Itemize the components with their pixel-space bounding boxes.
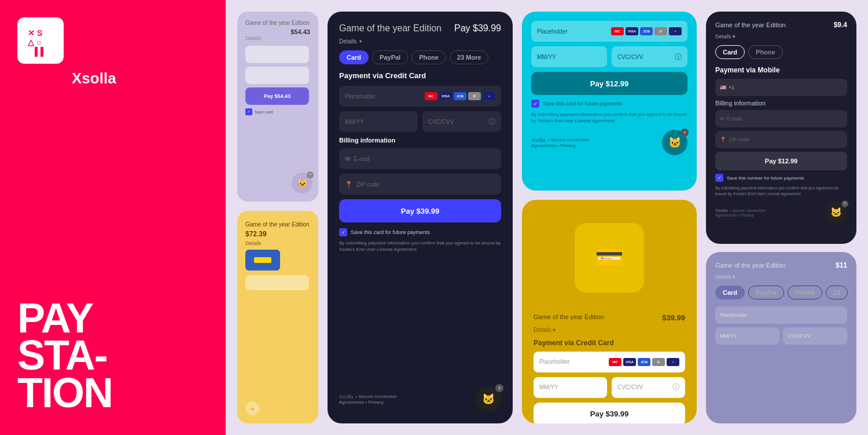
col1-save-row: ✓ Save card	[245, 108, 310, 115]
col1-card-icon	[245, 250, 280, 270]
dark-billing-title: Billing information	[715, 100, 847, 107]
yellow-jcb-icon: JCB	[638, 358, 650, 366]
left-panel: ✕ S △ ○ ▌▌ Xsolla PAY STA- TION	[0, 0, 226, 435]
purple-tab-more[interactable]: 23	[826, 286, 848, 299]
col1-details: Details	[245, 35, 310, 41]
yellow-details-row[interactable]: Details ▾	[534, 327, 685, 333]
dark-agreements-link[interactable]: Agreements	[715, 213, 737, 217]
visa-icon: VISA	[439, 92, 452, 100]
cyan-mmyy-label: MM/YY	[537, 54, 556, 60]
main-email-icon: ✉	[345, 155, 350, 163]
cyan-top: Placeholder MC VISA JCB D ▪ MM/YY CVC/CV…	[531, 21, 687, 124]
main-privacy-link[interactable]: Privacy	[368, 400, 383, 405]
main-agreements-link[interactable]: Agreements	[339, 400, 364, 405]
col1-input1[interactable]	[245, 46, 309, 63]
cyan-placeholder: Placeholder	[537, 28, 568, 35]
purple-card-input[interactable]: Placeholder	[715, 306, 847, 324]
dark-zip-input[interactable]: 📍 ZIP code	[715, 131, 847, 148]
dark-pay-button[interactable]: Pay $12.99	[715, 152, 847, 170]
col1-question-icon: ?	[307, 171, 314, 178]
dark-phone-input[interactable]: 🇺🇸 +1	[715, 79, 847, 96]
dark-tab-phone[interactable]: Phone	[748, 45, 783, 59]
main-email-input[interactable]: ✉ E-mail	[339, 148, 501, 169]
dark-privacy-link[interactable]: Privacy	[741, 213, 754, 217]
main-tab-more[interactable]: 23 More	[450, 50, 489, 64]
main-mmyy-label: MM/YY	[345, 119, 364, 125]
main-save-checkbox[interactable]: ✓	[339, 228, 347, 236]
main-save-row: ✓ Save this card for future payments	[339, 228, 501, 236]
yellow-cvv-input[interactable]: CVC/CVV ⓘ	[612, 377, 685, 398]
main-order-header: Game of the year Edition Pay $39.99	[339, 23, 501, 34]
main-footer-left: Xsolla • Secure connection Agreements • …	[339, 394, 397, 405]
dark-email-icon: ✉	[720, 116, 724, 122]
yellow-mc-icon: MC	[609, 358, 621, 366]
cyan-cat-mascot[interactable]: 🐱 ?	[662, 130, 687, 155]
dark-email-input[interactable]: ✉ E-mail	[715, 110, 847, 127]
main-tab-paypal[interactable]: PayPal	[372, 50, 408, 64]
dark-details-row[interactable]: Details ▾	[715, 34, 847, 39]
jcb-icon: JCB	[454, 92, 466, 100]
main-cvv-input[interactable]: CVC/CVV ⓘ	[422, 111, 501, 132]
main-agreements[interactable]: Agreements • Privacy	[339, 400, 397, 405]
purple-tab-card[interactable]: Card	[715, 286, 745, 299]
main-zip-input[interactable]: 📍 ZIP code	[339, 174, 501, 195]
col1-checkbox[interactable]: ✓	[245, 108, 252, 115]
purple-cvv-input[interactable]: CVC/CVV	[783, 327, 847, 345]
main-cat-mascot[interactable]: 🐱 ?	[476, 386, 501, 412]
yellow-order-header: Game of the year Edition $39.99	[534, 313, 685, 322]
col1-bottom-card: Game of the year Edition $72.39 Details …	[237, 211, 318, 423]
purple-tab-paypal[interactable]: PayPal	[748, 286, 784, 299]
cyan-agreements[interactable]: Agreements • Privacy	[531, 143, 589, 148]
main-tab-card[interactable]: Card	[339, 50, 369, 64]
dark-price: $9.4	[834, 21, 847, 29]
main-cvv-info-icon: ⓘ	[488, 117, 495, 127]
col1-bottom-input[interactable]	[245, 275, 309, 290]
main-save-label: Save this card for future payments	[351, 229, 430, 235]
cyan-discover-icon: ▪	[669, 27, 682, 35]
cyan-save-label: Save this card for future payments	[543, 101, 622, 107]
dark-cat-mascot[interactable]: 🐱 ?	[825, 202, 847, 224]
cyan-xsolla-row: Xsolla • Secure connection	[531, 137, 589, 143]
cyan-jcb-icon: JCB	[640, 27, 653, 35]
col1-game-title: Game of the year Edition	[245, 20, 310, 26]
col1-pay-btn[interactable]: Pay $54.43	[245, 87, 309, 105]
yellow-icon-area: 💳	[534, 211, 685, 304]
cyan-question-icon: ?	[681, 129, 689, 137]
cyan-agreements-link[interactable]: Agreements	[531, 143, 556, 148]
dark-flag-icon: 🇺🇸	[720, 85, 726, 90]
main-secure-label: • Secure connection	[356, 394, 397, 399]
main-card-input[interactable]: Placeholder MC VISA JCB D ▪	[339, 86, 501, 107]
dark-footer: Xsolla • Secure connection Agreements • …	[715, 202, 847, 224]
yellow-pay-button[interactable]: Pay $39.99	[534, 403, 685, 423]
cyan-agreement-text: By submitting payment information you co…	[531, 111, 687, 124]
station-text: STA-	[17, 337, 112, 374]
main-location-icon: 📍	[345, 181, 353, 188]
main-mmyy-input[interactable]: MM/YY	[339, 111, 418, 132]
col1-bottom-price: $72.39	[245, 230, 310, 238]
purple-tab-phone[interactable]: Phone	[788, 286, 822, 299]
purple-details-row[interactable]: Details ▾	[715, 274, 847, 280]
main-game-title: Game of the year Edition	[339, 23, 442, 34]
dark-top-card: Game of the year Edition $9.4 Details ▾ …	[706, 12, 856, 244]
cyan-save-checkbox[interactable]: ✓	[531, 100, 539, 108]
col1-top-card: Game of the year Edition $54.43 Details …	[237, 12, 318, 202]
cyan-pay-button[interactable]: Pay $12.99	[531, 72, 687, 95]
dark-agreements[interactable]: Agreements • Privacy	[715, 213, 766, 217]
dark-save-checkbox[interactable]: ✓	[715, 174, 723, 182]
cyan-footer-left: Xsolla • Secure connection Agreements • …	[531, 137, 589, 148]
dark-location-icon: 📍	[720, 137, 726, 142]
pay-station-text: PAY STA- TION	[17, 299, 112, 412]
main-tab-phone[interactable]: Phone	[411, 50, 446, 64]
cyan-cvv-input[interactable]: CVC/CVV ⓘ	[612, 46, 687, 67]
purple-game-title: Game of the year Edition	[715, 261, 786, 269]
cyan-privacy-link[interactable]: Privacy	[560, 143, 575, 148]
yellow-mmyy-input[interactable]: MM/YY	[534, 377, 607, 398]
yellow-card-input[interactable]: Placeholder MC VISA JCB D ▪	[534, 352, 685, 372]
cyan-card-input[interactable]: Placeholder MC VISA JCB D ▪	[531, 21, 687, 42]
main-details-row[interactable]: Details ▾	[339, 38, 501, 45]
cyan-mmyy-input[interactable]: MM/YY	[531, 46, 607, 67]
purple-mmyy-input[interactable]: MM/YY	[715, 327, 779, 345]
col1-input2[interactable]	[245, 67, 309, 84]
main-pay-button[interactable]: Pay $39.99	[339, 199, 501, 222]
dark-tab-card[interactable]: Card	[715, 45, 745, 59]
